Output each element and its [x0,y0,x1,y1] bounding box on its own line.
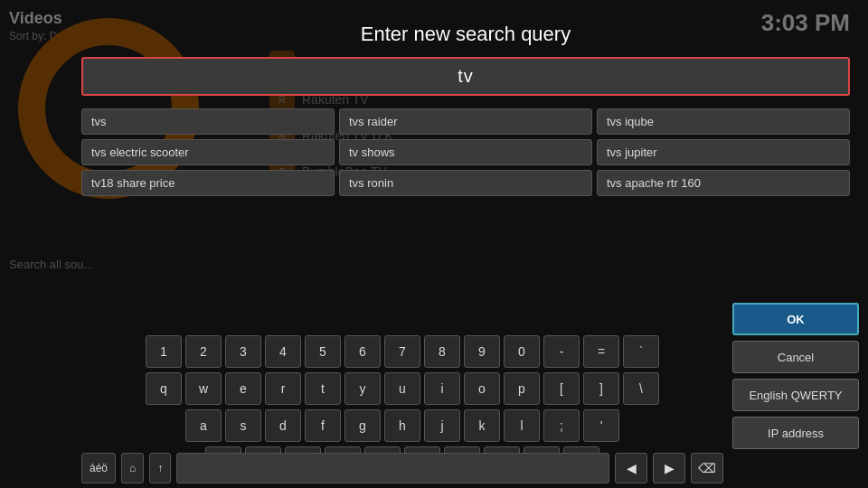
key-g[interactable]: g [344,409,381,442]
suggestion-tvs-ronin[interactable]: tvs ronin [339,170,592,196]
suggestion-tvs-iqube[interactable]: tvs iqube [597,108,850,135]
cancel-button[interactable]: Cancel [732,341,859,373]
search-input-value: tv [98,66,834,87]
key-backslash[interactable]: \ [623,372,659,405]
ip-address-button[interactable]: IP address [732,417,859,449]
spacebar[interactable] [176,453,609,483]
key-lbracket[interactable]: [ [543,372,580,405]
key-semicolon[interactable]: ; [543,409,580,442]
special-chars-button[interactable]: áéö [81,453,116,483]
key-s[interactable]: s [225,409,261,442]
search-input-container[interactable]: tv [81,57,850,96]
key-d[interactable]: d [265,409,301,442]
key-quote[interactable]: ' [583,409,619,442]
key-o[interactable]: o [464,372,500,405]
key-9[interactable]: 9 [464,335,500,368]
key-7[interactable]: 7 [384,335,420,368]
key-5[interactable]: 5 [305,335,341,368]
suggestion-tv-shows[interactable]: tv shows [339,139,592,165]
dialog-title: Enter new search query [81,23,850,46]
language-button[interactable]: English QWERTY [732,379,859,411]
keyboard-row-qwerty: q w e r t y u i o p [ ] \ [81,372,723,405]
shift-button[interactable]: ↑ [149,453,171,483]
search-dialog: Enter new search query tv tvs tvs raider… [81,23,850,205]
right-panel: OK Cancel English QWERTY IP address [732,303,859,449]
right-arrow-button[interactable]: ▶ [653,453,685,483]
key-e[interactable]: e [225,372,261,405]
key-p[interactable]: p [504,372,540,405]
key-6[interactable]: 6 [344,335,381,368]
backspace-button[interactable]: ⌫ [691,453,723,483]
key-q[interactable]: q [146,372,182,405]
key-equals[interactable]: = [583,335,619,368]
key-3[interactable]: 3 [225,335,261,368]
key-j[interactable]: j [424,409,460,442]
key-l[interactable]: l [504,409,540,442]
key-u[interactable]: u [384,372,420,405]
key-a[interactable]: a [185,409,222,442]
ok-button[interactable]: OK [732,303,859,335]
key-f[interactable]: f [305,409,341,442]
key-0[interactable]: 0 [504,335,540,368]
key-4[interactable]: 4 [265,335,301,368]
suggestion-tvs-apache[interactable]: tvs apache rtr 160 [597,170,850,196]
keyboard-row-numbers: 1 2 3 4 5 6 7 8 9 0 - = ` [81,335,723,368]
keyboard-row-asdf: a s d f g h j k l ; ' [81,409,723,442]
suggestion-tv18-share[interactable]: tv18 share price [81,170,335,196]
key-8[interactable]: 8 [424,335,460,368]
key-minus[interactable]: - [543,335,580,368]
key-2[interactable]: 2 [185,335,222,368]
key-i[interactable]: i [424,372,460,405]
suggestion-tvs-electric[interactable]: tvs electric scooter [81,139,335,165]
key-k[interactable]: k [464,409,500,442]
key-1[interactable]: 1 [146,335,182,368]
key-t[interactable]: t [305,372,341,405]
key-r[interactable]: r [265,372,301,405]
home-key-button[interactable]: ⌂ [121,453,144,483]
suggestion-tvs-raider[interactable]: tvs raider [339,108,592,135]
keyboard-bottom-bar: áéö ⌂ ↑ ◀ ▶ ⌫ [81,453,723,483]
suggestion-tvs[interactable]: tvs [81,108,335,135]
suggestions-grid: tvs tvs raider tvs iqube tvs electric sc… [81,108,850,196]
key-w[interactable]: w [185,372,222,405]
key-y[interactable]: y [344,372,381,405]
key-backtick[interactable]: ` [623,335,659,368]
left-arrow-button[interactable]: ◀ [615,453,647,483]
suggestion-tvs-jupiter[interactable]: tvs jupiter [597,139,850,165]
key-rbracket[interactable]: ] [583,372,619,405]
key-h[interactable]: h [384,409,420,442]
